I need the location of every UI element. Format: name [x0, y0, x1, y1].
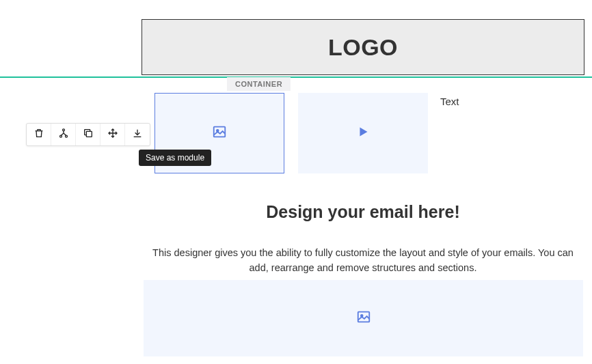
save-module-button[interactable] [125, 124, 150, 145]
save-module-tooltip: Save as module [139, 150, 211, 166]
svg-rect-5 [86, 131, 92, 137]
delete-button[interactable] [27, 124, 51, 145]
selection-tag: CONTAINER [227, 77, 291, 91]
video-block[interactable] [298, 93, 428, 173]
svg-point-2 [62, 129, 64, 131]
move-button[interactable] [100, 124, 125, 145]
download-icon [132, 128, 143, 141]
element-toolbar [26, 123, 150, 146]
page-heading: Design your email here! [142, 202, 584, 222]
logo-header: LOGO [142, 19, 584, 75]
selection-top-divider [0, 76, 592, 78]
structure-button[interactable] [51, 124, 76, 145]
trash-icon [33, 128, 44, 141]
image-icon [212, 124, 227, 142]
image-icon [356, 309, 371, 327]
image-placeholder-block[interactable] [144, 280, 583, 356]
play-icon [355, 124, 371, 142]
logo-text: LOGO [328, 34, 398, 61]
tree-icon [58, 128, 69, 141]
page-description: This designer gives you the ability to f… [142, 246, 584, 276]
copy-icon [83, 128, 94, 141]
copy-button[interactable] [76, 124, 100, 145]
move-icon [107, 128, 118, 141]
text-block-label[interactable]: Text [440, 96, 459, 107]
